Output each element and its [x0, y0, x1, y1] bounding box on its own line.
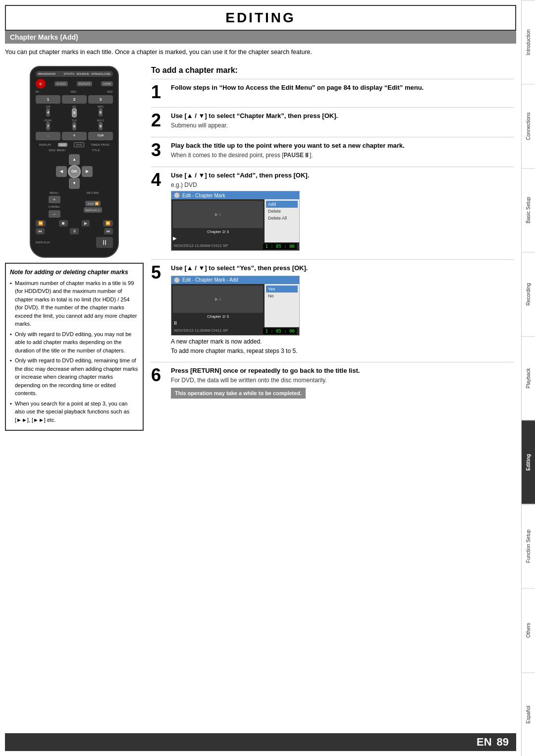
ok-btn[interactable]: OK — [68, 165, 81, 178]
screen-5-body: ▶ 1 Chapter 2/ 3 ⏸ Yes No — [171, 284, 299, 327]
step-5-title: Use [▲ / ▼] to select “Yes”, then press … — [171, 264, 514, 273]
step-3-sub: When it comes to the desired point, pres… — [171, 152, 514, 159]
num-4[interactable]: 4 — [46, 108, 50, 116]
screen-4-body: ▶ 1 Chapter 2/ 3 ▶ Add Delete Delete All — [171, 199, 299, 242]
plus-btn[interactable]: + — [49, 196, 60, 203]
sidebar-tab-introduction[interactable]: Introduction — [522, 0, 535, 84]
num-7[interactable]: 7 — [46, 122, 50, 130]
replay-btn[interactable]: REPLAY ↩ — [84, 207, 103, 213]
step-5: 5 Use [▲ / ▼] to select “Yes”, then pres… — [151, 259, 514, 355]
channel-label: CHANNEL — [47, 204, 62, 209]
play-indicator-5: ⏸ — [173, 320, 263, 326]
sidebar-tab-playback[interactable]: Playback — [522, 336, 535, 420]
power-btn[interactable]: ⏻ — [36, 79, 46, 89]
step-2-number: 2 — [151, 112, 166, 131]
num-1[interactable]: 1 — [36, 95, 60, 104]
screen-4-title-text: Edit - Chapter Mark — [182, 193, 225, 198]
sidebar-tab-function-setup[interactable]: Function Setup — [522, 504, 535, 588]
step-6-number: 6 — [151, 366, 166, 399]
dpad-left[interactable]: ◀ — [56, 166, 67, 177]
note-item-1: Maximum number of chapter marks in a tit… — [10, 279, 139, 328]
disc-icon-4 — [174, 192, 180, 198]
stop-btn[interactable]: ⏹ — [59, 220, 68, 227]
pause-btn2[interactable]: ⏸ — [70, 228, 79, 234]
section-header: Chapter Marks (Add) — [5, 31, 516, 44]
section-description: You can put chapter marks in each title.… — [5, 48, 516, 57]
disc-icon-5 — [174, 277, 180, 283]
note-item-2: Only with regard to DVD editing, you may… — [10, 330, 139, 355]
num-5[interactable]: 5 — [72, 108, 77, 117]
sidebar-tab-recording[interactable]: Recording — [522, 252, 535, 336]
page-title-bar: EDITING — [5, 5, 516, 31]
section-heading: To add a chapter mark: — [151, 66, 514, 75]
screen-step-5: Edit - Chapter Mark - Add ▶ 1 Chapter 2/… — [171, 276, 300, 336]
screen-5-no: No — [266, 292, 298, 299]
step-4-sub: e.g.) DVD — [171, 181, 514, 188]
step-4-number: 4 — [151, 171, 166, 253]
step-3-content: Play back the title up to the point wher… — [171, 141, 514, 161]
num-0[interactable]: 0 — [62, 132, 87, 140]
num-8[interactable]: 8 — [72, 122, 76, 130]
step-2: 2 Use [▲ / ▼] to select “Chapter Mark”, … — [151, 107, 514, 131]
screen-step-4: Edit - Chapter Mark ▶ 1 Chapter 2/ 3 — [171, 191, 300, 251]
num-3[interactable]: 3 — [88, 95, 113, 104]
page-title: EDITING — [6, 10, 515, 26]
dpad-mid-row: ◀ OK ▶ — [56, 165, 93, 178]
dpad-down[interactable]: ▼ — [69, 178, 80, 189]
step-6: 6 Press [RETURN] once or repeatedly to g… — [151, 362, 514, 399]
dpad-up[interactable]: ▲ — [69, 154, 80, 165]
screen-4-chapter: Chapter 2/ 3 — [173, 230, 263, 234]
screen-5-bottom: NOV/25/12 11:00AM CH12 SP 1 : 05 : 00 — [171, 327, 299, 335]
sidebar-tab-espanol[interactable]: Español — [522, 672, 535, 756]
num-dot[interactable]: · — [36, 132, 60, 140]
screen-5-thumbnail: ▶ 1 — [173, 286, 263, 313]
note-title: Note for adding or deleting chapter mark… — [10, 268, 139, 277]
prev-btn[interactable]: ⏮ — [36, 228, 45, 234]
step-3-title: Play back the title up to the point wher… — [171, 141, 514, 150]
disc-menu-row: DISC MENU TITLE — [36, 149, 113, 152]
dpad-right[interactable]: ▶ — [82, 166, 93, 177]
sidebar-tab-basic-setup[interactable]: Basic Setup — [522, 168, 535, 252]
sidebar-tab-editing[interactable]: Editing — [522, 420, 535, 504]
dpad: ▲ ◀ OK ▶ ▼ — [54, 154, 94, 189]
menu-return-row: MENU RETURN — [36, 191, 113, 194]
num-2[interactable]: 2 — [62, 95, 87, 104]
screen-4-recording-info: NOV/25/12 11:00AM CH12 SP — [174, 243, 228, 249]
page-footer: EN 89 — [5, 733, 516, 751]
num-9[interactable]: 9 — [99, 122, 103, 130]
next-btn[interactable]: ⏭ — [104, 228, 113, 234]
screen-5-recording-info: NOV/25/12 11:00AM CH12 SP — [174, 328, 228, 334]
sidebar-tab-connections[interactable]: Connections — [522, 84, 535, 168]
page-number: 89 — [497, 736, 509, 749]
step-3: 3 Play back the title up to the point wh… — [151, 137, 514, 161]
screen-5-title-text: Edit - Chapter Mark - Add — [182, 277, 238, 283]
clear-btn[interactable]: CLR — [88, 132, 113, 140]
note-box: Note for adding or deleting chapter mark… — [5, 263, 144, 431]
step-5-content: Use [▲ / ▼] to select “Yes”, then press … — [171, 264, 514, 355]
rewind-btn[interactable]: ⏪ — [36, 220, 46, 227]
audio-btn[interactable]: AUDIO — [54, 81, 68, 86]
num-6[interactable]: 6 — [99, 108, 103, 116]
screen-4-title-bar: Edit - Chapter Mark — [171, 191, 299, 199]
channel-skip-row: + CHANNEL – SKIP ⏩ REPLAY ↩ — [36, 196, 113, 218]
hdmi-btn[interactable]: HDMI — [101, 81, 113, 86]
transport-controls-2: ⏮ ⏸ ⏭ — [36, 228, 113, 234]
ffwd-btn[interactable]: ⏩ — [103, 220, 113, 227]
sidebar-tab-others[interactable]: Others — [522, 588, 535, 672]
step-2-content: Use [▲ / ▼] to select “Chapter Mark”, th… — [171, 112, 514, 131]
step-3-number: 3 — [151, 141, 166, 161]
screen-4-thumbnail: ▶ 1 — [173, 201, 263, 228]
big-pause-btn[interactable]: ⏸ — [96, 237, 113, 248]
screen-4-timecode: 1 : 05 : 00 — [263, 243, 297, 249]
repeat-btn[interactable]: REPEAT — [77, 81, 93, 86]
minus-btn[interactable]: – — [49, 210, 60, 218]
screen-5-yes: Yes — [266, 286, 298, 292]
step-1-number: 1 — [151, 83, 166, 101]
right-column: To add a chapter mark: 1 Follow steps in… — [144, 61, 516, 733]
play-btn[interactable]: ▶ — [82, 220, 90, 227]
step-2-sub: Submenu will appear. — [171, 122, 514, 129]
skip-btn[interactable]: SKIP ⏩ — [85, 201, 100, 206]
screen-5-title-bar: Edit - Chapter Mark - Add — [171, 276, 299, 284]
added-text: A new chapter mark is now added. — [171, 338, 514, 345]
repeat-text: To add more chapter marks, repeat steps … — [171, 348, 514, 354]
